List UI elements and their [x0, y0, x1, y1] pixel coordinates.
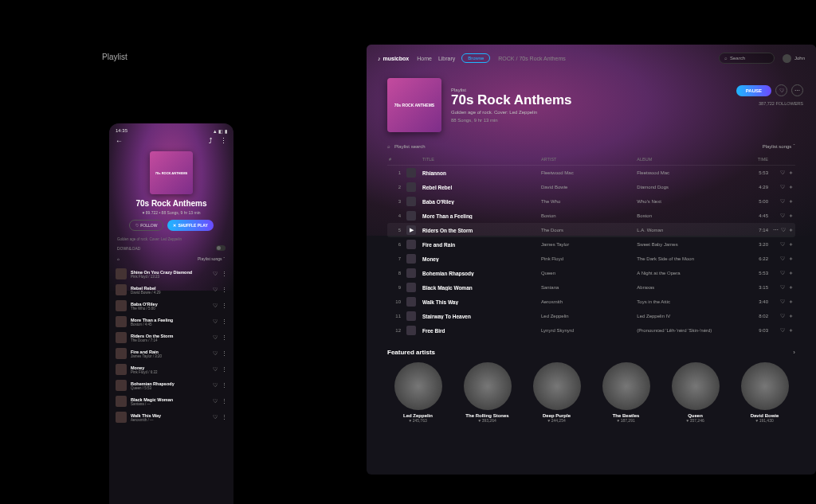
- search-icon[interactable]: ⌕: [387, 144, 390, 149]
- nav-browse[interactable]: Browse: [461, 53, 490, 63]
- table-row[interactable]: 1RhiannonFleetwood MacFleetwood Mac5:53♡…: [387, 166, 795, 180]
- table-row[interactable]: 11Stairway To HeavenLed ZeppelinLed Zepp…: [387, 309, 795, 323]
- table-row[interactable]: 9Black Magic WomanSantanaAbraxas3:15♡＋: [387, 280, 795, 295]
- like-icon[interactable]: ♡: [213, 350, 218, 357]
- user-name[interactable]: John: [794, 56, 805, 61]
- pause-button[interactable]: PAUSE: [736, 85, 771, 96]
- table-row[interactable]: 7MoneyPink FloydThe Dark Side of the Moo…: [387, 252, 795, 266]
- track-album: Boston: [637, 213, 740, 218]
- list-item[interactable]: Shine On You Crazy DiamondPink Floyd / 1…: [114, 266, 229, 282]
- list-item[interactable]: Rebel RebelDavid Bowie / 4:29♡⋮: [114, 282, 229, 298]
- list-item[interactable]: Walk This WayAerosmith / —♡⋮: [114, 409, 229, 425]
- table-row[interactable]: 6Fire and RainJames TaylorSweet Baby Jam…: [387, 237, 795, 252]
- like-icon[interactable]: ♡: [781, 227, 786, 234]
- like-icon[interactable]: ♡: [213, 318, 218, 325]
- add-icon[interactable]: ＋: [788, 241, 794, 248]
- artist-count: ♥ 357,246: [665, 418, 726, 423]
- search-input[interactable]: ⌕Search: [719, 53, 775, 64]
- table-row[interactable]: 8Bohemian RhapsodyQueenA Night at the Op…: [387, 266, 795, 280]
- play-icon[interactable]: ▶: [406, 225, 416, 235]
- table-row[interactable]: 3Baba O'RileyThe WhoWho's Next5:00♡＋: [387, 194, 795, 209]
- more-icon[interactable]: ⋯: [773, 227, 779, 234]
- table-row[interactable]: 2Rebel RebelDavid BowieDiamond Dogs4:29♡…: [387, 180, 795, 194]
- artist-item[interactable]: The Beatles♥ 187,291: [595, 362, 657, 423]
- like-icon[interactable]: ♡: [213, 287, 218, 293]
- add-icon[interactable]: ＋: [788, 284, 794, 291]
- like-icon[interactable]: ♡: [780, 313, 785, 320]
- more-icon[interactable]: ⋮: [222, 382, 227, 389]
- table-row[interactable]: 4More Than a FeelingBostonBoston4:45♡＋: [387, 209, 795, 223]
- add-icon[interactable]: ＋: [788, 299, 794, 306]
- playlist-songs-toggle[interactable]: Playlist songs ˄: [198, 256, 226, 261]
- follow-button[interactable]: ♡ FOLLOW: [129, 220, 163, 231]
- table-row[interactable]: 5▶Riders On the StormThe DoorsL.A. Woman…: [387, 223, 795, 237]
- like-icon[interactable]: ♡: [780, 299, 785, 306]
- list-item[interactable]: Bohemian RhapsodyQueen / 5:53♡⋮: [114, 377, 229, 393]
- like-icon[interactable]: ♡: [780, 241, 785, 248]
- like-icon[interactable]: ♡: [213, 398, 218, 404]
- more-icon[interactable]: ⋮: [222, 414, 227, 420]
- more-icon[interactable]: ⋮: [222, 271, 227, 277]
- like-icon[interactable]: ♡: [213, 382, 218, 389]
- like-icon[interactable]: ♡: [775, 84, 787, 96]
- artist-item[interactable]: Led Zeppelin♥ 245,763: [387, 362, 449, 423]
- more-icon[interactable]: ⋮: [222, 287, 227, 293]
- artist-item[interactable]: Deep Purple♥ 244,254: [526, 362, 587, 423]
- more-icon[interactable]: ⋯: [791, 84, 803, 96]
- nav-home[interactable]: Home: [417, 56, 432, 61]
- like-icon[interactable]: ♡: [780, 170, 785, 177]
- add-icon[interactable]: ＋: [788, 213, 794, 220]
- chevron-right-icon[interactable]: ›: [793, 349, 795, 356]
- list-item[interactable]: Fire and RainJames Taylor / 3:20♡⋮: [114, 346, 229, 361]
- artist-item[interactable]: David Bowie♥ 191,430: [734, 362, 795, 423]
- add-icon[interactable]: ＋: [788, 256, 794, 263]
- list-item[interactable]: More Than a FeelingBoston / 4:45♡⋮: [114, 314, 229, 330]
- more-icon[interactable]: ⋮: [222, 334, 227, 341]
- like-icon[interactable]: ♡: [780, 270, 785, 277]
- back-icon[interactable]: ←: [116, 137, 123, 145]
- like-icon[interactable]: ♡: [780, 213, 785, 220]
- share-icon[interactable]: ⤴: [209, 137, 213, 145]
- add-icon[interactable]: ＋: [788, 198, 794, 205]
- table-row[interactable]: 10Walk This WayAerosmithToys in the Atti…: [387, 295, 795, 309]
- like-icon[interactable]: ♡: [780, 256, 785, 263]
- more-icon[interactable]: ⋮: [222, 318, 227, 325]
- list-item[interactable]: Black Magic WomanSantana / —♡⋮: [114, 393, 229, 409]
- like-icon[interactable]: ♡: [780, 184, 785, 191]
- add-icon[interactable]: ＋: [788, 327, 794, 334]
- add-icon[interactable]: ＋: [788, 270, 794, 277]
- more-icon[interactable]: ⋮: [220, 137, 227, 145]
- more-icon[interactable]: ⋮: [222, 303, 227, 309]
- table-row[interactable]: 12Free BirdLynyrd Skynyrd(Pronounced 'Lĕ…: [387, 323, 795, 338]
- playlist-search-input[interactable]: Playlist search: [394, 144, 426, 149]
- list-item[interactable]: MoneyPink Floyd / 6:22♡⋮: [114, 361, 229, 377]
- more-icon[interactable]: ⋮: [222, 366, 227, 373]
- like-icon[interactable]: ♡: [780, 198, 785, 205]
- artist-item[interactable]: Queen♥ 357,246: [665, 362, 726, 423]
- more-icon[interactable]: ⋮: [222, 398, 227, 404]
- like-icon[interactable]: ♡: [213, 271, 218, 277]
- add-icon[interactable]: ＋: [788, 184, 794, 191]
- nav-library[interactable]: Library: [438, 56, 455, 61]
- crumb-root[interactable]: ROCK: [498, 56, 514, 61]
- list-item[interactable]: Riders On the StormThe Doors / 7:14♡⋮: [114, 330, 229, 346]
- list-item[interactable]: Baba O'RileyThe Who / 5:00♡⋮: [114, 298, 229, 314]
- add-icon[interactable]: ＋: [788, 227, 794, 234]
- avatar[interactable]: [783, 54, 791, 63]
- playlist-songs-toggle[interactable]: Playlist songs ˄: [763, 143, 795, 149]
- like-icon[interactable]: ♡: [780, 327, 785, 334]
- more-icon[interactable]: ⋮: [222, 350, 227, 357]
- brand-logo[interactable]: ♪ musicbox: [378, 56, 409, 61]
- shuffle-play-button[interactable]: ✕ SHUFFLE PLAY: [167, 220, 213, 231]
- add-icon[interactable]: ＋: [788, 170, 794, 177]
- artist-item[interactable]: The Rolling Stones♥ 393,264: [457, 362, 518, 423]
- like-icon[interactable]: ♡: [213, 366, 218, 373]
- add-icon[interactable]: ＋: [788, 313, 794, 320]
- like-icon[interactable]: ♡: [780, 284, 785, 291]
- search-icon[interactable]: ⌕: [117, 256, 120, 261]
- like-icon[interactable]: ♡: [213, 303, 218, 309]
- download-toggle[interactable]: [216, 245, 226, 251]
- track-thumb: [406, 326, 416, 335]
- like-icon[interactable]: ♡: [213, 414, 218, 420]
- like-icon[interactable]: ♡: [213, 334, 218, 341]
